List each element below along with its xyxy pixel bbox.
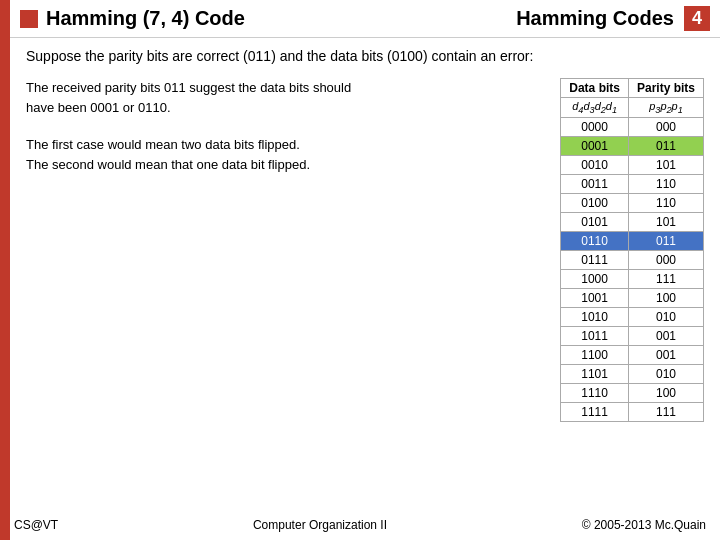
table-row: 1111111 (561, 403, 704, 422)
parity-bits-cell: 100 (628, 289, 703, 308)
parity-bits-cell: 010 (628, 308, 703, 327)
text-block-2: The first case would mean two data bits … (26, 135, 540, 174)
parity-bits-cell: 011 (628, 232, 703, 251)
main-content: Suppose the parity bits are correct (011… (10, 38, 720, 432)
data-bits-cell: 1001 (561, 289, 629, 308)
table-row: 0101101 (561, 213, 704, 232)
parity-bits-cell: 100 (628, 384, 703, 403)
table-body: 0000000000101100101010011110010011001011… (561, 118, 704, 422)
table-row: 1010010 (561, 308, 704, 327)
page-title: Hamming (7, 4) Code (46, 7, 245, 30)
parity-bits-cell: 011 (628, 137, 703, 156)
left-text-area: The received parity bits 011 suggest the… (26, 78, 540, 422)
table-row: 1011001 (561, 327, 704, 346)
data-bits-cell: 0111 (561, 251, 629, 270)
table-row: 1000111 (561, 270, 704, 289)
data-bits-cell: 1100 (561, 346, 629, 365)
data-bits-cell: 0100 (561, 194, 629, 213)
data-bits-cell: 0010 (561, 156, 629, 175)
parity-bits-cell: 111 (628, 403, 703, 422)
table-row: 1001100 (561, 289, 704, 308)
subtitle-text: Suppose the parity bits are correct (011… (26, 48, 704, 64)
data-bits-cell: 1110 (561, 384, 629, 403)
parity-bits-cell: 001 (628, 327, 703, 346)
table-row: 1110100 (561, 384, 704, 403)
page-header: Hamming (7, 4) Code Hamming Codes 4 (10, 0, 720, 38)
section-label: Hamming Codes (516, 7, 674, 30)
parity-bits-cell: 010 (628, 365, 703, 384)
table-row: 1101010 (561, 365, 704, 384)
data-bits-cell: 1010 (561, 308, 629, 327)
table-row: 0111000 (561, 251, 704, 270)
data-bits-cell: 0000 (561, 118, 629, 137)
data-bits-cell: 0110 (561, 232, 629, 251)
parity-bits-cell: 110 (628, 194, 703, 213)
data-bits-cell: 0011 (561, 175, 629, 194)
col2-sub: p3p2p1 (628, 98, 703, 118)
table-row: 0110011 (561, 232, 704, 251)
data-bits-cell: 1011 (561, 327, 629, 346)
table-row: 0000000 (561, 118, 704, 137)
page-number: 4 (684, 6, 710, 31)
parity-table: Data bits Parity bits d4d3d2d1 p3p2p1 00… (560, 78, 704, 422)
red-sidebar (0, 0, 10, 540)
col1-header: Data bits (561, 79, 629, 98)
table-row: 1100001 (561, 346, 704, 365)
parity-table-container: Data bits Parity bits d4d3d2d1 p3p2p1 00… (560, 78, 704, 422)
col2-header: Parity bits (628, 79, 703, 98)
footer-left: CS@VT (14, 518, 58, 532)
data-bits-cell: 1111 (561, 403, 629, 422)
table-row: 0010101 (561, 156, 704, 175)
table-row: 0001011 (561, 137, 704, 156)
parity-bits-cell: 000 (628, 118, 703, 137)
red-square-icon (20, 10, 38, 28)
footer-right: © 2005-2013 Mc.Quain (582, 518, 706, 532)
data-bits-cell: 0101 (561, 213, 629, 232)
parity-bits-cell: 101 (628, 156, 703, 175)
footer-center: Computer Organization II (253, 518, 387, 532)
page-footer: CS@VT Computer Organization II © 2005-20… (0, 518, 720, 532)
data-bits-cell: 1101 (561, 365, 629, 384)
parity-bits-cell: 001 (628, 346, 703, 365)
text-block-1: The received parity bits 011 suggest the… (26, 78, 540, 117)
col1-sub: d4d3d2d1 (561, 98, 629, 118)
parity-bits-cell: 101 (628, 213, 703, 232)
data-bits-cell: 0001 (561, 137, 629, 156)
table-row: 0100110 (561, 194, 704, 213)
parity-bits-cell: 111 (628, 270, 703, 289)
parity-bits-cell: 000 (628, 251, 703, 270)
parity-bits-cell: 110 (628, 175, 703, 194)
data-bits-cell: 1000 (561, 270, 629, 289)
table-row: 0011110 (561, 175, 704, 194)
